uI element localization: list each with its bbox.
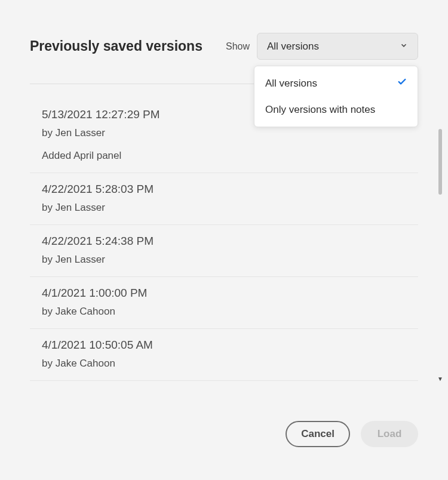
load-button[interactable]: Load (361, 421, 418, 447)
filter-option-all[interactable]: All versions (254, 70, 418, 97)
dialog-title: Previously saved versions (30, 38, 202, 54)
version-row[interactable]: 4/1/2021 1:00:00 PM by Jake Cahoon (30, 277, 418, 329)
version-author: by Jen Lasser (42, 127, 406, 139)
filter-dropdown[interactable]: All versions (257, 33, 418, 60)
version-author: by Jen Lasser (42, 254, 406, 266)
version-timestamp: 4/1/2021 1:00:00 PM (42, 287, 406, 300)
version-timestamp: 4/1/2021 10:50:05 AM (42, 339, 406, 352)
scrollbar-thumb[interactable] (438, 129, 442, 195)
filter-group: Show All versions (226, 33, 418, 60)
filter-dropdown-menu: All versions Only versions with notes (254, 66, 418, 127)
versions-dialog: Previously saved versions Show All versi… (0, 0, 448, 381)
scroll-down-icon[interactable]: ▼ (437, 376, 443, 382)
filter-option-notes[interactable]: Only versions with notes (254, 97, 418, 123)
version-author: by Jake Cahoon (42, 358, 406, 370)
filter-option-label: All versions (265, 78, 317, 90)
check-icon (397, 77, 407, 90)
cancel-button[interactable]: Cancel (286, 421, 350, 447)
chevron-down-icon (400, 41, 408, 52)
version-row[interactable]: 4/1/2021 10:50:05 AM by Jake Cahoon (30, 329, 418, 381)
version-author: by Jen Lasser (42, 202, 406, 214)
show-label: Show (226, 41, 250, 52)
version-row[interactable]: 4/22/2021 5:28:03 PM by Jen Lasser (30, 173, 418, 225)
version-row[interactable]: 4/22/2021 5:24:38 PM by Jen Lasser (30, 225, 418, 277)
versions-list: 5/13/2021 12:27:29 PM by Jen Lasser Adde… (30, 108, 418, 381)
filter-option-label: Only versions with notes (265, 104, 375, 116)
version-timestamp: 4/22/2021 5:28:03 PM (42, 183, 406, 196)
version-timestamp: 4/22/2021 5:24:38 PM (42, 235, 406, 248)
dialog-header: Previously saved versions Show All versi… (30, 33, 418, 60)
version-author: by Jake Cahoon (42, 306, 406, 318)
dialog-footer: Cancel Load (286, 421, 418, 447)
filter-selected-label: All versions (267, 41, 319, 53)
version-note: Added April panel (42, 150, 406, 162)
